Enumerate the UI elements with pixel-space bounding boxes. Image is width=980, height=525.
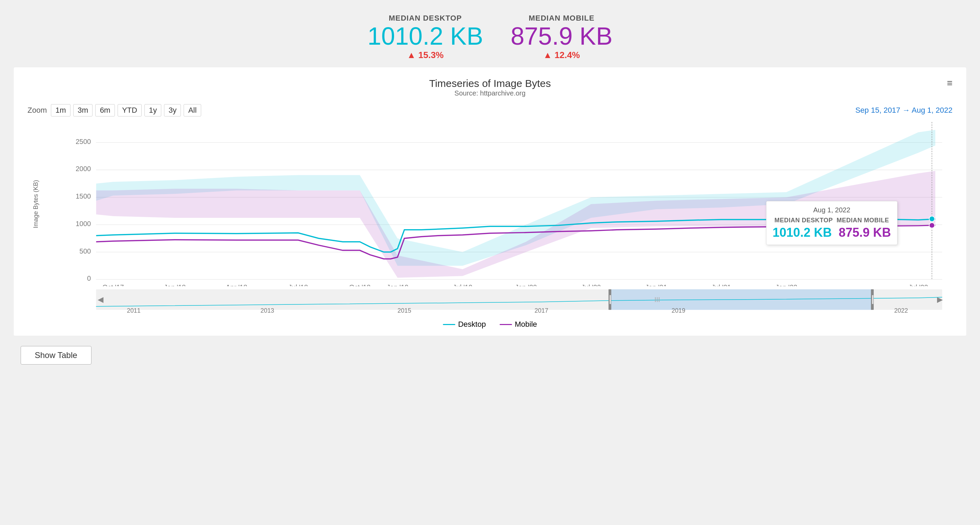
desktop-value: 1010.2 KB: [368, 23, 483, 50]
tooltip-values: 1010.2 KB 875.9 KB: [773, 225, 891, 240]
svg-text:Jan '21: Jan '21: [645, 284, 667, 286]
mobile-endpoint: [929, 223, 935, 228]
navigator-svg: 2011 2013 2015 2017 2019 2022 ◀ ▶ III: [27, 287, 953, 315]
chart-container: ≡ Timeseries of Image Bytes Source: http…: [14, 67, 966, 336]
svg-text:1000: 1000: [76, 220, 91, 227]
zoom-controls: Zoom 1m 3m 6m YTD 1y 3y All: [27, 104, 201, 116]
desktop-label: MEDIAN DESKTOP: [368, 14, 483, 23]
chart-controls: Zoom 1m 3m 6m YTD 1y 3y All Sep 15, 2017…: [27, 104, 953, 116]
svg-text:2011: 2011: [127, 307, 141, 314]
legend-desktop-line: [443, 324, 455, 325]
tooltip-mobile-label: MEDIAN MOBILE: [837, 217, 889, 224]
zoom-1y[interactable]: 1y: [145, 104, 161, 116]
source-label: Source:: [455, 89, 478, 97]
svg-text:0: 0: [87, 274, 91, 282]
svg-text:III: III: [654, 296, 660, 303]
legend: Desktop Mobile: [27, 320, 953, 329]
show-table-button[interactable]: Show Table: [21, 346, 91, 365]
zoom-3m[interactable]: 3m: [73, 104, 93, 116]
svg-text:2013: 2013: [260, 307, 274, 314]
svg-text:Jan '18: Jan '18: [164, 284, 186, 286]
chart-title: Timeseries of Image Bytes: [27, 78, 953, 89]
mobile-label: MEDIAN MOBILE: [511, 14, 612, 23]
svg-text:Oct '18: Oct '18: [349, 284, 370, 286]
chart-svg-wrapper: Image Bytes (KB) 0 500 1000 1500 2000 25…: [27, 122, 953, 287]
stats-row: MEDIAN DESKTOP 1010.2 KB 15.3% MEDIAN MO…: [7, 7, 973, 60]
zoom-ytd[interactable]: YTD: [118, 104, 142, 116]
desktop-endpoint: [929, 216, 935, 222]
svg-text:500: 500: [80, 247, 91, 255]
zoom-3y[interactable]: 3y: [164, 104, 181, 116]
legend-desktop-label: Desktop: [458, 320, 486, 329]
svg-text:2019: 2019: [671, 307, 685, 314]
legend-mobile-label: Mobile: [515, 320, 537, 329]
stat-mobile: MEDIAN MOBILE 875.9 KB 12.4%: [511, 14, 612, 60]
zoom-label: Zoom: [27, 106, 47, 115]
date-range: Sep 15, 2017 → Aug 1, 2022: [855, 106, 953, 115]
stat-desktop: MEDIAN DESKTOP 1010.2 KB 15.3%: [368, 14, 483, 60]
legend-mobile-line: [500, 324, 512, 325]
svg-text:Jan '22: Jan '22: [775, 284, 797, 286]
svg-text:2017: 2017: [535, 307, 549, 314]
svg-text:◀: ◀: [98, 295, 103, 304]
svg-text:▶: ▶: [937, 295, 943, 304]
zoom-1m[interactable]: 1m: [51, 104, 70, 116]
svg-text:Jul '22: Jul '22: [908, 284, 928, 286]
mobile-value: 875.9 KB: [511, 23, 612, 50]
tooltip-mobile-value: 875.9 KB: [839, 225, 891, 240]
svg-text:Jul '20: Jul '20: [581, 284, 601, 286]
svg-text:Jul '18: Jul '18: [288, 284, 308, 286]
tooltip-desktop-label: MEDIAN DESKTOP: [774, 217, 833, 224]
legend-mobile: Mobile: [500, 320, 537, 329]
chart-source: Source: httparchive.org: [27, 89, 953, 97]
svg-text:Oct '17: Oct '17: [102, 284, 124, 286]
zoom-all[interactable]: All: [184, 104, 201, 116]
svg-text:Apr '18: Apr '18: [226, 284, 247, 286]
mobile-change: 12.4%: [511, 50, 612, 60]
svg-text:Jan '19: Jan '19: [387, 284, 409, 286]
svg-text:2015: 2015: [398, 307, 411, 314]
svg-text:1500: 1500: [76, 192, 91, 200]
chart-header: Timeseries of Image Bytes Source: httpar…: [27, 78, 953, 97]
svg-text:2500: 2500: [76, 138, 91, 145]
svg-text:2022: 2022: [894, 307, 908, 314]
tooltip-date: Aug 1, 2022: [773, 206, 891, 214]
svg-text:Jan '20: Jan '20: [515, 284, 537, 286]
page-wrapper: MEDIAN DESKTOP 1010.2 KB 15.3% MEDIAN MO…: [0, 0, 980, 378]
menu-icon[interactable]: ≡: [947, 78, 953, 89]
source-link[interactable]: httparchive.org: [480, 89, 525, 97]
svg-text:Jul '21: Jul '21: [711, 284, 731, 286]
svg-text:2000: 2000: [76, 165, 91, 173]
y-axis-label: Image Bytes (KB): [32, 180, 39, 228]
zoom-6m[interactable]: 6m: [95, 104, 115, 116]
legend-desktop: Desktop: [443, 320, 486, 329]
tooltip-headers: MEDIAN DESKTOP MEDIAN MOBILE: [773, 217, 891, 224]
tooltip-desktop-value: 1010.2 KB: [773, 225, 832, 240]
tooltip-box: Aug 1, 2022 MEDIAN DESKTOP MEDIAN MOBILE…: [766, 201, 897, 245]
desktop-change: 15.3%: [368, 50, 483, 60]
svg-text:Jul '19: Jul '19: [453, 284, 473, 286]
